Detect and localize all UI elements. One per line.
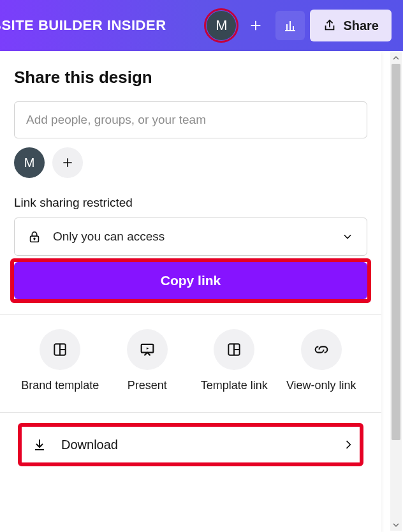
link-sharing-label: Link sharing restricted bbox=[14, 196, 367, 210]
plus-icon bbox=[249, 18, 263, 33]
share-panel: Share this design M Link sharing restric… bbox=[0, 51, 381, 532]
action-view-only-link[interactable]: View-only link bbox=[279, 329, 363, 393]
add-collaborator-button[interactable] bbox=[241, 11, 270, 40]
chevron-down-icon bbox=[341, 230, 354, 243]
access-select-value: Only you can access bbox=[53, 230, 165, 244]
people-chips: M bbox=[14, 147, 367, 178]
lock-icon bbox=[27, 228, 41, 245]
add-people-chip[interactable] bbox=[52, 147, 83, 178]
user-chip[interactable]: M bbox=[14, 147, 45, 178]
layout-icon bbox=[226, 341, 242, 358]
action-label: Present bbox=[128, 378, 167, 393]
panel-title: Share this design bbox=[14, 68, 367, 87]
analytics-button[interactable] bbox=[275, 11, 305, 40]
people-input[interactable] bbox=[14, 101, 367, 138]
action-present[interactable]: Present bbox=[105, 329, 189, 393]
action-label: Template link bbox=[201, 378, 268, 393]
annotation-highlight bbox=[18, 423, 363, 466]
presentation-icon bbox=[138, 341, 156, 358]
scrollbar-thumb[interactable] bbox=[392, 64, 400, 440]
scroll-down-arrow[interactable] bbox=[390, 519, 402, 531]
svg-point-1 bbox=[34, 238, 35, 239]
scrollbar[interactable] bbox=[390, 52, 402, 531]
share-button-label: Share bbox=[343, 18, 379, 33]
annotation-highlight bbox=[10, 258, 371, 303]
user-chip-initial: M bbox=[24, 156, 35, 170]
download-row-wrap: Download bbox=[14, 424, 367, 465]
link-icon bbox=[312, 341, 330, 358]
app-header: BSITE BUILDER INSIDER M Share bbox=[0, 0, 403, 51]
action-template-link[interactable]: Template link bbox=[192, 329, 276, 393]
access-select[interactable]: Only you can access bbox=[14, 218, 367, 256]
brand-name: BSITE BUILDER INSIDER bbox=[0, 17, 166, 34]
action-label: Brand template bbox=[21, 378, 99, 393]
plus-icon bbox=[61, 156, 74, 169]
bar-chart-icon bbox=[282, 18, 298, 33]
share-actions-row: Brand template Present bbox=[14, 315, 367, 393]
divider bbox=[0, 412, 381, 413]
action-label: View-only link bbox=[286, 378, 356, 393]
copy-link-wrap: Copy link bbox=[14, 262, 367, 299]
scroll-up-arrow[interactable] bbox=[390, 52, 402, 64]
layout-icon bbox=[52, 341, 68, 358]
share-button[interactable]: Share bbox=[310, 10, 392, 41]
user-avatar[interactable]: M bbox=[207, 11, 236, 40]
upload-icon bbox=[323, 18, 337, 33]
avatar-highlight-ring bbox=[204, 8, 238, 43]
action-brand-template[interactable]: Brand template bbox=[18, 329, 102, 393]
